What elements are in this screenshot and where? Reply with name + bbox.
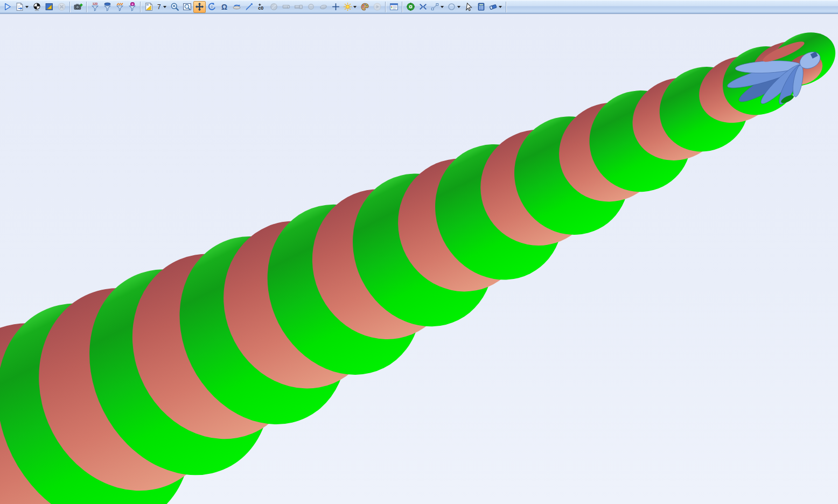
toolbar-separator — [86, 2, 87, 12]
tool-cylinder-icon — [282, 2, 291, 11]
mass-properties-icon — [32, 2, 41, 11]
tool-circle-button — [305, 1, 317, 13]
line-measure-icon — [430, 2, 439, 11]
pan-icon — [195, 2, 204, 11]
material-icon — [45, 2, 54, 11]
intersection-point-button[interactable] — [417, 1, 429, 13]
filter-tool-icon — [103, 2, 112, 11]
filter-wheel-icon — [128, 2, 137, 11]
tool-cylinder-button — [280, 1, 292, 13]
measure-arrow-button[interactable] — [243, 1, 255, 13]
zoom-window-icon — [183, 2, 192, 11]
svg-text:c0: c0 — [258, 5, 263, 11]
target-point-icon — [406, 2, 415, 11]
dropdown-caret-icon — [457, 6, 460, 8]
viewport-3d[interactable] — [0, 14, 838, 504]
filter-tool-button[interactable] — [101, 1, 114, 13]
eraser-icon — [488, 2, 498, 11]
close-button — [55, 1, 68, 13]
circle-measure-button[interactable] — [446, 1, 463, 13]
svg-text:123: 123 — [93, 2, 98, 5]
intersection-point-icon — [418, 2, 428, 11]
tool-holder-icon — [294, 2, 303, 11]
toolbar-separator — [140, 2, 141, 12]
lighting-icon — [343, 2, 352, 11]
lighting-button[interactable] — [342, 1, 359, 13]
play-circle-button — [371, 1, 383, 13]
target-point-button[interactable] — [404, 1, 417, 13]
pointer-button[interactable] — [463, 1, 475, 13]
filter-numbers-button[interactable]: 123 — [89, 1, 101, 13]
c0-origin-button[interactable]: c0 — [255, 1, 268, 13]
eraser-button[interactable] — [487, 1, 504, 13]
dropdown-caret-icon — [25, 6, 29, 8]
calculator-button[interactable] — [475, 1, 487, 13]
view-page-button[interactable] — [143, 1, 155, 13]
tool-holder-button — [292, 1, 305, 13]
filter-numbers-icon: 123 — [90, 2, 100, 11]
pan-button[interactable] — [193, 1, 206, 13]
rotate-omega-icon: Ω — [220, 2, 229, 11]
play-icon — [3, 2, 12, 11]
filter-wheel-button[interactable] — [126, 1, 138, 13]
tool-insert-button — [317, 1, 330, 13]
rotate-axis-icon — [232, 2, 241, 11]
tool-insert-icon — [319, 2, 328, 11]
view-number-dropdown[interactable]: 7 — [155, 1, 169, 13]
play-circle-icon — [373, 2, 382, 11]
filter-toolpath-icon — [115, 2, 124, 11]
zoom-window-button[interactable] — [181, 1, 193, 13]
zoom-in-icon — [170, 2, 179, 11]
export-report-icon — [15, 2, 24, 11]
palette-icon — [360, 2, 369, 11]
circle-measure-icon — [447, 2, 456, 11]
toolbar-separator — [69, 2, 71, 12]
svg-text:Ω: Ω — [221, 3, 227, 11]
tool-sphere-icon — [269, 2, 278, 11]
rotate-3d-button[interactable] — [206, 1, 218, 13]
view-number-label: 7 — [156, 1, 162, 13]
snapshot-camera-button[interactable] — [72, 1, 85, 13]
export-report-button[interactable] — [14, 1, 31, 13]
filter-toolpath-button[interactable] — [114, 1, 126, 13]
toolbar-separator — [506, 2, 507, 12]
rotate-3d-icon — [207, 2, 217, 11]
tool-sphere-button — [268, 1, 280, 13]
crosshair-button[interactable] — [330, 1, 342, 13]
rotate-omega-button[interactable]: Ω — [218, 1, 231, 13]
toolbar-separator — [385, 2, 386, 12]
main-toolbar: 1237Ωc0 — [0, 0, 838, 14]
palette-button[interactable] — [359, 1, 371, 13]
properties-dialog-button[interactable] — [388, 1, 400, 13]
play-button[interactable] — [2, 1, 14, 13]
c0-origin-icon: c0 — [257, 2, 266, 11]
rotate-axis-button[interactable] — [231, 1, 243, 13]
tool-circle-icon — [306, 2, 316, 11]
measure-arrow-icon — [245, 2, 254, 11]
toolbar-separator — [402, 2, 403, 12]
dropdown-caret-icon — [441, 6, 444, 8]
material-button[interactable] — [43, 1, 55, 13]
zoom-in-button[interactable] — [169, 1, 181, 13]
pointer-icon — [464, 2, 473, 11]
model-scene — [0, 14, 838, 504]
mass-properties-button[interactable] — [31, 1, 43, 13]
snapshot-camera-icon — [74, 2, 83, 11]
properties-dialog-icon — [389, 2, 399, 11]
crosshair-icon — [331, 2, 340, 11]
dropdown-caret-icon — [163, 6, 166, 8]
dropdown-caret-icon — [499, 6, 502, 8]
view-page-icon — [144, 2, 153, 11]
line-measure-button[interactable] — [429, 1, 446, 13]
close-icon — [57, 2, 66, 11]
calculator-icon — [477, 2, 486, 11]
dropdown-caret-icon — [353, 6, 357, 8]
